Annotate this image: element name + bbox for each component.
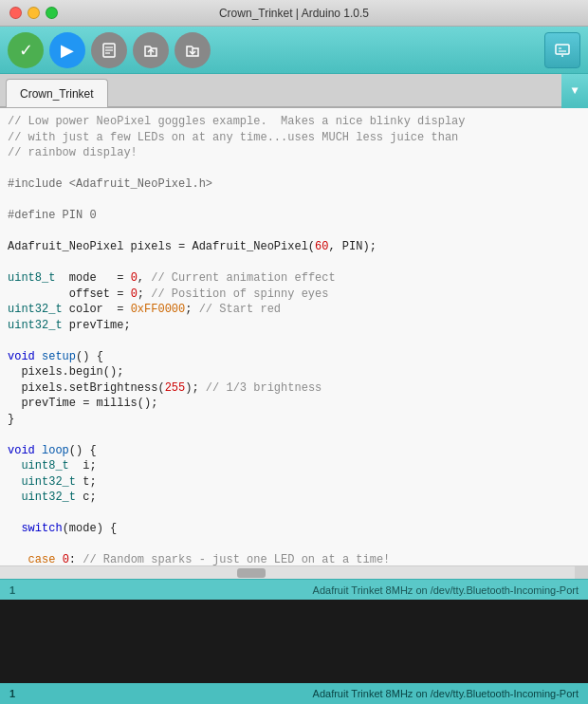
bottom-board-info: Adafruit Trinket 8MHz on /dev/tty.Blueto…: [313, 688, 579, 699]
console-output: [0, 600, 588, 683]
serial-monitor-button[interactable]: [544, 32, 580, 68]
minimize-button[interactable]: [28, 7, 40, 19]
upload-button[interactable]: ▶: [49, 32, 85, 68]
maximize-button[interactable]: [46, 7, 58, 19]
tab-bar: Crown_Trinket ▼: [0, 74, 588, 108]
h-scroll-track[interactable]: [0, 566, 575, 579]
code-editor[interactable]: // Low power NeoPixel goggles example. M…: [0, 108, 588, 565]
console-area: 1 Adafruit Trinket 8MHz on /dev/tty.Blue…: [0, 600, 588, 704]
line-number: 1: [9, 584, 15, 596]
status-bar: 1 Adafruit Trinket 8MHz on /dev/tty.Blue…: [0, 579, 588, 600]
horizontal-scrollbar[interactable]: [0, 565, 588, 579]
board-info: Adafruit Trinket 8MHz on /dev/tty.Blueto…: [313, 584, 579, 596]
tab-label: Crown_Trinket: [20, 87, 94, 101]
bottom-status-bar: 1 Adafruit Trinket 8MHz on /dev/tty.Blue…: [0, 683, 588, 704]
open-button[interactable]: [133, 32, 169, 68]
scroll-corner: [575, 566, 588, 580]
bottom-line-number: 1: [9, 688, 15, 699]
svg-rect-6: [556, 45, 569, 54]
toolbar: ✓ ▶: [0, 27, 588, 74]
code-content: // Low power NeoPixel goggles example. M…: [8, 114, 588, 565]
h-scroll-thumb[interactable]: [237, 568, 266, 578]
tab-crown-trinket[interactable]: Crown_Trinket: [6, 79, 108, 107]
save-button[interactable]: [175, 32, 211, 68]
window-controls[interactable]: [9, 7, 58, 19]
close-button[interactable]: [9, 7, 22, 19]
window-title: Crown_Trinket | Arduino 1.0.5: [219, 7, 369, 20]
editor-area: // Low power NeoPixel goggles example. M…: [0, 108, 588, 565]
verify-button[interactable]: ✓: [8, 32, 44, 68]
title-bar: Crown_Trinket | Arduino 1.0.5: [0, 0, 588, 27]
tab-dropdown-button[interactable]: ▼: [561, 74, 588, 108]
chevron-down-icon: ▼: [571, 84, 578, 98]
new-button[interactable]: [91, 32, 127, 68]
